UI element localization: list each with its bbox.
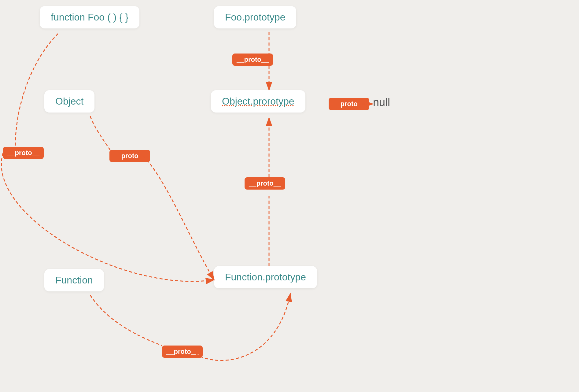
object-label: Object	[55, 96, 83, 107]
proto-badge-6: __proto__	[162, 346, 203, 358]
function-prototype-node: Function.prototype	[214, 266, 317, 288]
foo-prototype-label: Foo.prototype	[225, 12, 285, 23]
proto-badge-4: __proto__	[245, 177, 285, 190]
null-node: null	[373, 96, 390, 109]
foo-prototype-node: Foo.prototype	[214, 6, 296, 28]
object-prototype-node: Object.prorotype	[211, 90, 305, 113]
proto-badge-2: __proto__	[232, 54, 273, 66]
foo-function-label: function Foo ( ) { }	[51, 12, 128, 23]
proto-badge-5: __proto__	[329, 98, 369, 110]
object-node: Object	[44, 90, 94, 113]
function-prototype-label: Function.prototype	[225, 272, 306, 283]
proto-badge-3: __proto__	[109, 150, 150, 162]
proto-badge-1: __proto__	[3, 147, 44, 159]
function-label: Function	[55, 275, 93, 286]
object-prototype-label: Object.prorotype	[222, 96, 294, 107]
foo-function-node: function Foo ( ) { }	[40, 6, 139, 28]
diagram-arrows	[0, 0, 579, 392]
function-node: Function	[44, 269, 104, 291]
